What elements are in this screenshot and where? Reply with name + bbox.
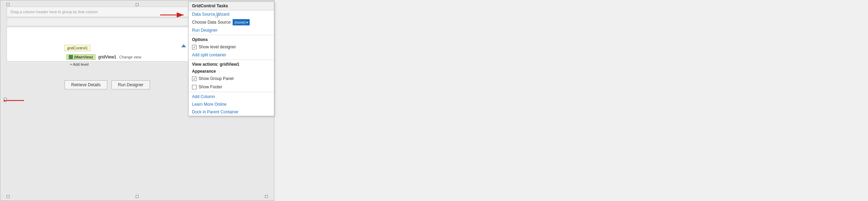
view-actions-header: View actions: gridView1 xyxy=(189,61,274,67)
learn-more-label: Learn More Online xyxy=(192,102,226,107)
show-group-panel-checkbox[interactable] xyxy=(192,77,197,81)
resize-handle-tc[interactable] xyxy=(136,3,139,6)
arrow-to-wizard xyxy=(160,10,188,20)
divider-2 xyxy=(189,59,274,60)
show-footer-label: Show Footer xyxy=(199,85,222,89)
options-header: Options xyxy=(189,36,274,43)
add-column-label: Add Column xyxy=(192,94,215,99)
data-source-wizard-label: Data Source Wizard xyxy=(192,12,229,17)
choose-data-source-label: Choose Data Source xyxy=(192,20,231,25)
appearance-header: Appearance xyxy=(189,67,274,74)
change-view-link[interactable]: Change view xyxy=(119,55,141,59)
dock-link[interactable]: Dock in Parent Container xyxy=(189,108,274,116)
show-level-designer-label: Show level designer xyxy=(199,45,236,49)
run-designer-link[interactable]: Run Designer xyxy=(189,26,274,34)
tasks-panel-body: Data Source Wizard Choose Data Source (n… xyxy=(189,10,274,116)
show-footer-row[interactable]: Show Footer xyxy=(189,83,274,91)
run-designer-label: Run Designer xyxy=(192,28,217,33)
tasks-panel: GridControl Tasks Data Source Wizard Cho… xyxy=(188,1,274,116)
tasks-panel-header: GridControl Tasks xyxy=(189,2,274,10)
retrieve-details-button[interactable]: Retrieve Details xyxy=(65,80,107,89)
data-source-wizard-link[interactable]: Data Source Wizard xyxy=(189,10,274,18)
add-split-container-label: Add split container xyxy=(192,53,226,57)
datasource-value: (none) xyxy=(234,20,245,24)
buttons-row: Retrieve Details Run Designer xyxy=(65,80,150,89)
dropdown-arrow-icon[interactable]: ▾ xyxy=(246,21,248,24)
show-level-designer-row[interactable]: Show level designer xyxy=(189,43,274,51)
group-panel-text: Drag a column header here to group by th… xyxy=(10,10,98,14)
datasource-select[interactable]: (none) ▾ xyxy=(233,19,250,25)
tasks-panel-title: GridControl Tasks xyxy=(192,3,228,8)
grid-control-name: gridControl1 xyxy=(67,46,88,50)
show-level-designer-checkbox[interactable] xyxy=(192,45,197,49)
add-column-link[interactable]: Add Column xyxy=(189,93,274,100)
grid-view-label: gridView1 xyxy=(98,55,116,59)
add-split-container-link[interactable]: Add split container xyxy=(189,51,274,59)
main-view-badge: (MainView) xyxy=(66,54,95,60)
choose-data-source-row: Choose Data Source (none) ▾ xyxy=(189,18,274,26)
show-group-panel-row[interactable]: Show Group Panel xyxy=(189,74,274,83)
learn-more-link[interactable]: Learn More Online xyxy=(189,100,274,108)
grid-control-label: gridControl1 xyxy=(65,45,90,51)
resize-handle-tl[interactable] xyxy=(7,3,9,6)
resize-handle-bc[interactable] xyxy=(136,195,139,198)
grid-icon xyxy=(69,55,73,59)
divider-3 xyxy=(189,92,274,92)
show-footer-checkbox[interactable] xyxy=(192,85,197,89)
dock-label: Dock in Parent Container xyxy=(192,110,239,114)
show-group-panel-label: Show Group Panel xyxy=(199,76,234,81)
main-view-label: (MainView) xyxy=(74,55,93,59)
resize-handle-br[interactable] xyxy=(265,195,268,198)
smart-tag-triangle[interactable] xyxy=(181,44,186,47)
resize-handle-bl[interactable] xyxy=(7,195,9,198)
view-row: (MainView) gridView1 Change view xyxy=(66,54,141,60)
divider-1 xyxy=(189,35,274,35)
add-level-text[interactable]: + Add level xyxy=(70,62,89,66)
run-designer-button[interactable]: Run Designer xyxy=(111,80,150,89)
arrow-to-left xyxy=(4,96,25,105)
